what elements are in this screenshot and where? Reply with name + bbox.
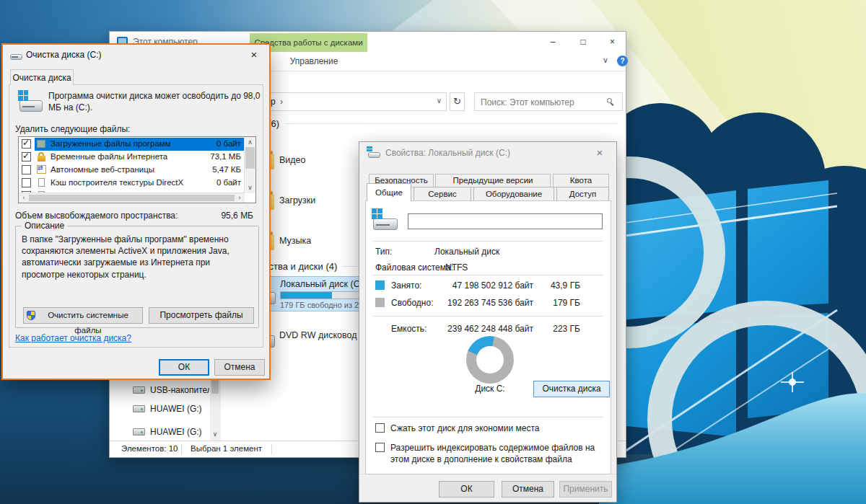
- clean-system-files-button[interactable]: Очистить системные файлы: [23, 307, 143, 324]
- file-icon: [36, 177, 47, 188]
- downloaded-program-files-icon: [36, 138, 47, 149]
- uac-shield-icon: [27, 311, 35, 320]
- scroll-left-icon[interactable]: ‹: [20, 193, 27, 202]
- drive-type-value: Локальный диск: [434, 247, 499, 257]
- general-tab-page: Тип: Локальный диск Файловая система: NT…: [365, 200, 611, 474]
- apply-button[interactable]: Применить: [559, 481, 612, 498]
- disk-cleanup-icon: [10, 50, 22, 60]
- close-button[interactable]: ×: [245, 47, 263, 63]
- list-item[interactable]: ✓ Загруженные файлы программ 0 байт: [19, 138, 245, 151]
- cleanup-intro-text: Программа очистки диска может освободить…: [48, 91, 265, 113]
- system-drive-icon: [19, 92, 43, 112]
- description-groupbox: Описание В папке "Загруженные файлы прог…: [15, 226, 259, 328]
- breadcrumb-chevron-icon[interactable]: ›: [280, 97, 283, 107]
- list-item[interactable]: Кэш построителя текстуры DirectX 0 байт: [19, 177, 245, 190]
- tab-quota[interactable]: Квота: [553, 174, 609, 187]
- checkbox-unchecked[interactable]: [22, 178, 31, 187]
- tab-manage[interactable]: Управление: [289, 52, 338, 71]
- refresh-button[interactable]: ↻: [450, 92, 465, 111]
- cancel-button[interactable]: Отмена: [214, 359, 265, 376]
- description-text: В папке "Загруженные файлы программ" вре…: [22, 234, 254, 280]
- free-bytes: 192 263 745 536 байт: [447, 298, 533, 308]
- list-item[interactable]: ⇄ Автономные веб-страницы 5,47 КБ: [19, 164, 245, 177]
- system-drive-icon: [368, 148, 380, 158]
- ok-button[interactable]: ОК: [159, 359, 209, 376]
- free-size: 179 ГБ: [553, 298, 580, 308]
- usb-drive-icon: [133, 386, 145, 394]
- list-hscrollbar[interactable]: ‹ ›: [19, 193, 245, 203]
- nav-item-huawei-1[interactable]: HUAWEI (G:): [131, 402, 211, 417]
- close-button[interactable]: ×: [598, 32, 626, 52]
- help-icon[interactable]: ?: [617, 56, 628, 66]
- ok-button[interactable]: ОК: [439, 481, 494, 498]
- scroll-down-icon[interactable]: ∨: [210, 430, 220, 439]
- drive-icon: [133, 428, 145, 436]
- dialog-title: Очистка диска (C:): [26, 50, 102, 60]
- lock-icon: [36, 151, 47, 162]
- scroll-right-icon[interactable]: ›: [236, 193, 243, 202]
- divider: [373, 241, 603, 242]
- compress-checkbox[interactable]: [375, 423, 385, 433]
- tab-previous-versions[interactable]: Предыдущие версии: [435, 174, 551, 187]
- chevron-down-icon[interactable]: ∨: [603, 56, 608, 65]
- group-header-folders[interactable]: Папки (6): [239, 118, 618, 129]
- help-link[interactable]: Как работает очистка диска?: [15, 333, 131, 343]
- list-vscrollbar[interactable]: ∧ ∨: [244, 137, 255, 193]
- tab-tools[interactable]: Сервис: [414, 187, 471, 201]
- disk-cleanup-dialog: Очистка диска (C:) × Очистка диска Прогр…: [1, 43, 271, 380]
- space-gain-value: 95,6 МБ: [221, 211, 253, 221]
- capacity-bytes: 239 462 248 448 байт: [447, 324, 533, 334]
- cancel-button[interactable]: Отмена: [502, 481, 554, 498]
- status-items-count: Элементов: 10: [121, 444, 178, 453]
- scroll-down-icon[interactable]: ∨: [245, 183, 255, 193]
- status-selected-count: Выбран 1 элемент: [191, 444, 262, 453]
- dialog-title: Свойства: Локальный диск (C:): [385, 148, 510, 158]
- index-checkbox[interactable]: [375, 443, 385, 452]
- list-item[interactable]: ✓ Временные файлы Интернета 73,1 МБ: [19, 151, 245, 164]
- file-system-value: NTFS: [445, 262, 468, 273]
- minimize-button[interactable]: –: [538, 32, 568, 52]
- scroll-up-icon[interactable]: ∧: [245, 138, 255, 147]
- tab-disk-cleanup[interactable]: Очистка диска: [10, 69, 74, 85]
- tab-sharing[interactable]: Доступ: [556, 187, 609, 201]
- maximize-button[interactable]: □: [568, 32, 598, 52]
- disk-usage-donut-chart: [466, 336, 514, 384]
- offline-webpages-icon: ⇄: [36, 164, 47, 175]
- refresh-icon: ↻: [453, 96, 461, 107]
- used-space-swatch: [375, 280, 385, 290]
- volume-label-input[interactable]: [408, 213, 603, 229]
- divider: [373, 417, 603, 417]
- space-gain-label: Объем высвобождаемого пространства:: [15, 211, 178, 221]
- view-files-button[interactable]: Просмотреть файлы: [149, 307, 254, 324]
- nav-item-usb[interactable]: USB-накопитель: [131, 384, 211, 398]
- search-icon[interactable]: [607, 98, 616, 107]
- delete-files-label: Удалить следующие файлы:: [15, 124, 130, 134]
- divider: [373, 316, 603, 317]
- cleanup-file-list[interactable]: ✓ Загруженные файлы программ 0 байт ✓ Вр…: [18, 136, 256, 203]
- free-space-swatch: [375, 298, 385, 307]
- address-dropdown-icon[interactable]: ∨: [437, 97, 442, 105]
- disk-caption: Диск C:: [460, 384, 520, 394]
- used-bytes: 47 198 502 912 байт: [452, 280, 533, 291]
- cleanup-tab-page: Программа очистки диска может освободить…: [9, 84, 263, 348]
- scrollbar-thumb[interactable]: [245, 147, 255, 169]
- disk-properties-dialog: Свойства: Локальный диск (C:) × Безопасн…: [359, 141, 617, 503]
- nav-item-huawei-2[interactable]: HUAWEI (G:): [131, 425, 211, 440]
- capacity-size: 223 ГБ: [553, 324, 580, 334]
- groupbox-label: Описание: [22, 221, 67, 231]
- disk-cleanup-button[interactable]: Очистка диска: [533, 381, 610, 397]
- checkbox-checked[interactable]: ✓: [22, 152, 31, 162]
- divider: [271, 444, 272, 454]
- used-size: 43,9 ГБ: [551, 280, 580, 291]
- search-box[interactable]: [474, 92, 623, 111]
- divider: [373, 275, 603, 275]
- divider: [181, 444, 182, 454]
- close-button[interactable]: ×: [590, 145, 609, 161]
- search-input[interactable]: [479, 95, 603, 110]
- drive-icon: [133, 405, 145, 412]
- checkbox-unchecked[interactable]: [22, 165, 31, 174]
- scrollbar-thumb[interactable]: [29, 195, 235, 201]
- tab-hardware[interactable]: Оборудование: [473, 187, 554, 201]
- checkbox-checked[interactable]: ✓: [22, 139, 31, 149]
- tab-general[interactable]: Общие: [367, 183, 411, 201]
